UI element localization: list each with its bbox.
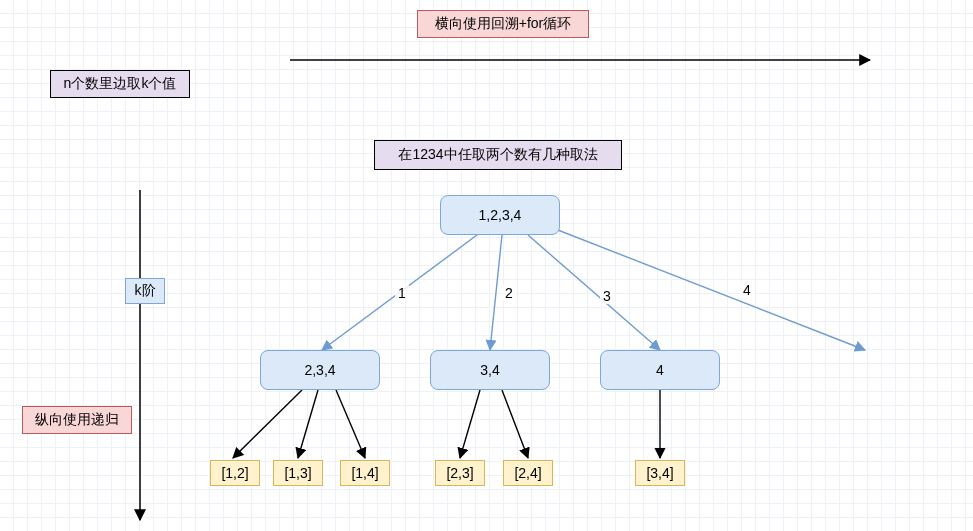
root-node-text: 1,2,3,4	[479, 207, 522, 223]
level1-node-1: 3,4	[430, 350, 550, 390]
leaf-0-0-text: [1,2]	[221, 465, 248, 481]
edge-label-3: 3	[600, 288, 614, 304]
diagram-title-box: 在1234中任取两个数有几种取法	[374, 140, 622, 170]
horizontal-axis-label-text: 横向使用回溯+for循环	[435, 15, 572, 33]
level1-node-1-text: 3,4	[480, 362, 499, 378]
leaf-1-1-text: [2,4]	[514, 465, 541, 481]
diagram-title-text: 在1234中任取两个数有几种取法	[398, 146, 597, 164]
svg-line-4	[528, 235, 660, 350]
level1-node-2: 4	[600, 350, 720, 390]
level1-node-0: 2,3,4	[260, 350, 380, 390]
leaf-1-0: [2,3]	[435, 460, 485, 486]
level1-node-2-text: 4	[656, 362, 664, 378]
edge-label-2: 2	[502, 285, 516, 301]
vertical-axis-label-box: 纵向使用递归	[22, 406, 132, 434]
edge-label-4: 4	[740, 282, 754, 298]
leaf-0-1-text: [1,3]	[284, 465, 311, 481]
leaf-1-0-text: [2,3]	[446, 465, 473, 481]
leaf-2-0-text: [3,4]	[646, 465, 673, 481]
svg-line-7	[298, 390, 318, 458]
leaf-0-2: [1,4]	[340, 460, 390, 486]
horizontal-axis-label-box: 横向使用回溯+for循环	[417, 10, 589, 38]
svg-line-9	[460, 390, 480, 458]
svg-line-5	[545, 225, 865, 350]
problem-statement-box: n个数里边取k个值	[50, 70, 190, 98]
k-level-box: k阶	[125, 278, 165, 304]
svg-line-8	[336, 390, 365, 458]
leaf-0-0: [1,2]	[210, 460, 260, 486]
leaf-1-1: [2,4]	[503, 460, 553, 486]
edge-label-1: 1	[395, 285, 409, 301]
svg-line-6	[233, 390, 302, 458]
root-node: 1,2,3,4	[440, 195, 560, 235]
leaf-0-2-text: [1,4]	[351, 465, 378, 481]
svg-line-10	[502, 390, 528, 458]
k-level-text: k阶	[135, 282, 156, 300]
problem-statement-text: n个数里边取k个值	[64, 75, 177, 93]
vertical-axis-label-text: 纵向使用递归	[35, 411, 119, 429]
leaf-2-0: [3,4]	[635, 460, 685, 486]
svg-line-3	[490, 235, 502, 350]
level1-node-0-text: 2,3,4	[304, 362, 335, 378]
leaf-0-1: [1,3]	[273, 460, 323, 486]
